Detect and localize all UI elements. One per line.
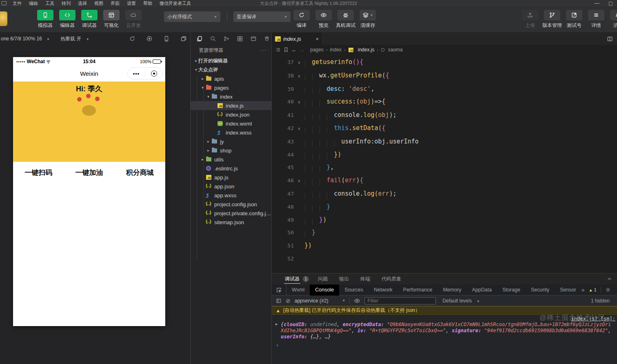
tree-item-project.private.config.js...[interactable]: {‥}project.private.config.js... (191, 209, 271, 218)
fold-chevron-icon[interactable]: ∨ (294, 122, 304, 135)
tree-item-app.json[interactable]: {‥}app.json (191, 182, 271, 191)
toolbar-button-版本管理[interactable]: 版本管理 (543, 10, 562, 29)
devtools-tab-Memory[interactable]: Memory (437, 285, 466, 296)
collapse-panel-icon[interactable] (607, 276, 612, 282)
split-editor-icon[interactable] (607, 36, 613, 42)
device-selector[interactable]: one 6/7/8 100% 16 ▼ (1, 36, 50, 42)
devtools-tab-Console[interactable]: Console (310, 285, 339, 296)
expand-object-icon[interactable]: ▶ (275, 321, 277, 327)
menu-界面[interactable]: 界面 (107, 0, 123, 7)
devtools-tab-Security[interactable]: Security (526, 285, 555, 296)
tree-item-index.js[interactable]: JSindex.js (191, 101, 271, 110)
toolbar-button-编译[interactable]: 编译 (292, 10, 311, 29)
live-expression-eye-icon[interactable] (354, 298, 360, 304)
toolbar-button-清缓存[interactable]: ▼清缓存 (358, 10, 377, 29)
devtools-tab-Sensor[interactable]: Sensor (555, 285, 581, 296)
clear-console-icon[interactable]: ⊘ (286, 298, 291, 304)
tree-item-打开的编辑器[interactable]: ▸打开的编辑器 (191, 56, 271, 65)
breadcrumb-item-index[interactable]: index (330, 47, 342, 53)
bookmark-icon[interactable] (283, 47, 289, 53)
filter-input[interactable] (364, 297, 436, 304)
user-avatar[interactable] (0, 11, 7, 26)
fold-chevron-icon[interactable]: ∨ (294, 174, 304, 188)
tree-item-index[interactable]: ▾index (191, 92, 271, 101)
inspect-icon[interactable] (276, 287, 282, 293)
close-tab-icon[interactable]: × (315, 36, 319, 42)
sim-device-icon[interactable] (163, 35, 170, 42)
log-object-preview[interactable]: {cloudID: undefined, encryptedData: "O9b… (281, 322, 614, 340)
panel-tab-调试器[interactable]: 调试器 (279, 274, 305, 285)
tree-item-apis[interactable]: ▸apis (191, 74, 271, 83)
user-profile-avatar[interactable] (74, 93, 104, 123)
code-line-38[interactable]: 38∨wx.getUserProfile({ (272, 69, 617, 83)
menu-编辑[interactable]: 编辑 (25, 0, 42, 7)
code-line-37[interactable]: 37∨getuserinfo(){ (272, 56, 617, 69)
compile-mode-dropdown[interactable]: 普通编译▼ (233, 11, 291, 22)
toolbar-button-云开发[interactable]: 云开发 (124, 10, 143, 29)
menu-工具[interactable]: 工具 (42, 0, 58, 7)
tree-item-app.js[interactable]: JSapp.js (191, 173, 271, 182)
toolbar-button-测试号[interactable]: 测试号 (565, 10, 584, 29)
context-dropdown[interactable]: appservice (#2)▼ (295, 298, 346, 304)
capsule-button[interactable]: ••• (127, 67, 163, 79)
toolbar-button-详情[interactable]: 详情 (587, 10, 606, 29)
settings-gear-icon[interactable] (605, 287, 611, 293)
panel-tab-问题[interactable]: 问题 (312, 274, 333, 285)
mini-button-积分商城[interactable]: 积分商城 (115, 168, 165, 177)
menu-视图[interactable]: 视图 (91, 0, 107, 7)
menu-微信开发者工具[interactable]: 微信开发者工具 (156, 0, 195, 7)
toolbar-button-编辑器[interactable]: 编辑器 (58, 10, 77, 29)
paw-icon[interactable] (264, 35, 270, 42)
tree-item-index.wxss[interactable]: ʒindex.wxss (191, 128, 271, 137)
fold-chevron-icon[interactable]: ∨ (294, 70, 304, 83)
panel-tab-输出[interactable]: 输出 (333, 274, 355, 285)
warning-count-badge[interactable]: ▲1 (589, 287, 597, 292)
capsule-menu-icon[interactable]: ••• (128, 71, 145, 77)
nav-forward-icon[interactable]: → (299, 47, 304, 53)
code-line-40[interactable]: 40∨success:(obj)=>{ (272, 95, 617, 109)
log-levels-dropdown[interactable]: Default levels ▼ (442, 298, 479, 304)
toolbar-button-预览[interactable]: 预览 (314, 10, 333, 29)
devtools-tab-Wxml[interactable]: Wxml (286, 285, 310, 296)
hot-reload-toggle[interactable]: 热重载 开 ▼ (60, 35, 89, 42)
more-tabs-icon[interactable]: » (581, 287, 585, 293)
devtools-tab-Storage[interactable]: Storage (497, 285, 526, 296)
breadcrumb-item-index.js[interactable]: index.js (358, 47, 375, 53)
nav-back-icon[interactable]: ← (291, 47, 297, 53)
menu-转到[interactable]: 转到 (58, 0, 74, 7)
code-line-52[interactable]: 52 (272, 252, 617, 265)
toolbar-button-调试器[interactable]: 调试器 (80, 10, 99, 29)
code-line-42[interactable]: 42∨this.setData({ (272, 122, 617, 135)
sim-multiwindow-icon[interactable] (180, 35, 187, 42)
code-line-41[interactable]: 41console.log(obj); (272, 109, 617, 122)
code-line-48[interactable]: 48} (272, 201, 617, 214)
git-icon[interactable] (223, 35, 230, 42)
toolbar-button-消息[interactable]: 消息 (609, 10, 617, 29)
sim-record-icon[interactable] (146, 35, 153, 42)
grid-icon[interactable] (237, 35, 243, 42)
panel-tab-终端[interactable]: 终端 (355, 274, 376, 285)
tree-item-sitemap.json[interactable]: {‥}sitemap.json (191, 218, 271, 227)
code-line-44[interactable]: 44}) (272, 148, 617, 161)
tree-item-大众点评[interactable]: ▾大众点评 (191, 65, 271, 74)
code-line-50[interactable]: 50} (272, 226, 617, 239)
code-line-46[interactable]: 46∨fail(err){ (272, 174, 617, 188)
tree-item-jy[interactable]: ▸jy (191, 137, 271, 146)
devtools-tab-Performance[interactable]: Performance (398, 285, 438, 296)
tree-item-shop[interactable]: ▸shop (191, 146, 271, 155)
toolbar-button-可视化[interactable]: 可视化 (102, 10, 121, 29)
maximize-icon[interactable]: ▢ (608, 0, 613, 6)
console-prompt[interactable]: › (272, 340, 617, 348)
breadcrumb-item-pages[interactable]: pages (310, 47, 324, 53)
tree-item-app.wxss[interactable]: ʒapp.wxss (191, 191, 271, 200)
toolbar-button-模拟器[interactable]: 模拟器 (36, 10, 55, 29)
kebab-menu-icon[interactable]: ⋮ (615, 287, 617, 293)
menu-文件[interactable]: 文件 (9, 0, 25, 7)
devtools-tab-AppData[interactable]: AppData (467, 285, 497, 296)
window-icon[interactable] (250, 35, 257, 42)
code-line-39[interactable]: 39desc: 'desc', (272, 83, 617, 96)
code-line-49[interactable]: 49}) (272, 214, 617, 227)
tree-item-pages[interactable]: ▾pages (191, 83, 271, 92)
code-line-43[interactable]: 43userInfo:obj.userInfo (272, 135, 617, 148)
tree-item-utils[interactable]: ▸utils (191, 155, 271, 164)
